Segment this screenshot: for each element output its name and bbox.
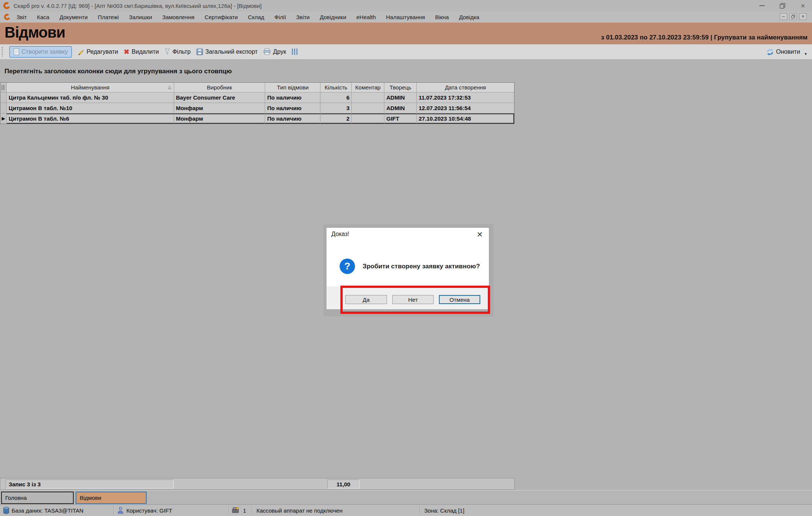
- floppy-export-icon: [196, 48, 203, 55]
- refresh-button[interactable]: Оновити ▾: [766, 44, 807, 59]
- cell-refusal-type: По наличию: [265, 103, 320, 113]
- column-header-manufacturer[interactable]: Виробник: [174, 83, 266, 92]
- cell-comment: [352, 103, 384, 113]
- tab-home[interactable]: Головна: [1, 492, 74, 504]
- column-header-quantity[interactable]: Кількість: [320, 83, 352, 92]
- export-button[interactable]: Загальний експорт: [196, 48, 258, 55]
- zone-status: Зона: Склад [1]: [424, 507, 464, 514]
- column-header-comment[interactable]: Коментар: [352, 83, 384, 92]
- tab-refusals[interactable]: Відмови: [76, 492, 147, 504]
- menu-items: Звіт Каса Документи Платежі Залишки Замо…: [17, 14, 479, 20]
- menu-dovidnyky[interactable]: Довідники: [320, 14, 346, 20]
- register-status: Кассовый аппарат не подключен: [257, 507, 343, 514]
- user-status: Користувач: GIFT: [126, 507, 172, 514]
- user-icon: [117, 507, 124, 514]
- cell-created-date: 11.07.2023 17:32:53: [417, 92, 514, 103]
- cell-name: Цитрамон В табл. №10: [7, 103, 174, 113]
- refresh-icon: [766, 48, 774, 56]
- database-icon: [3, 507, 9, 514]
- menu-zvit[interactable]: Звіт: [17, 14, 27, 20]
- status-bar: База даних: TASA3@TITAN Користувач: GIFT…: [0, 504, 812, 516]
- print-label: Друк: [273, 48, 286, 55]
- refresh-dropdown-icon[interactable]: ▾: [804, 51, 807, 56]
- status-divider: [420, 506, 420, 514]
- delete-button[interactable]: ✖ Видалити: [124, 48, 159, 56]
- mdi-restore-icon[interactable]: [789, 13, 797, 20]
- column-header-refusal-type[interactable]: Тип відмови: [265, 83, 320, 92]
- app-window: Скарб pro v. 4.0.2.77 [ІД: 969] - [Апт №…: [0, 0, 812, 516]
- question-icon: ?: [340, 259, 355, 274]
- table-row[interactable]: Цитра Кальцемин таб. п/о фл. № 30 Bayer …: [0, 92, 514, 103]
- cell-manufacturer: Bayer Consumer Care: [174, 92, 266, 103]
- grid-corner-icon: [2, 85, 5, 90]
- cell-refusal-type: По наличию: [265, 113, 320, 124]
- table-row-selected[interactable]: ▶ Цитрамон В табл. №6 Монфарм По наличию…: [0, 113, 514, 124]
- column-header-name[interactable]: Найменування △: [7, 83, 174, 92]
- close-icon[interactable]: ✕: [800, 3, 805, 9]
- mdi-minimize-icon[interactable]: –: [780, 13, 787, 20]
- database-status: База даних: TASA3@TITAN: [12, 507, 83, 514]
- refusals-table: Найменування △ Виробник Тип відмови Кіль…: [0, 82, 515, 124]
- current-row-pointer-icon: ▶: [2, 116, 5, 121]
- create-request-button[interactable]: Створити заявку: [9, 46, 72, 58]
- menu-bar: Звіт Каса Документи Платежі Залишки Замо…: [0, 11, 812, 23]
- dialog-message: Зробити створену заявку активною?: [363, 263, 480, 270]
- column-header-created-date[interactable]: Дата створення: [417, 83, 514, 92]
- sort-asc-icon: △: [168, 84, 171, 89]
- mdi-system-icon[interactable]: [4, 14, 11, 20]
- menu-nalashtuvannia[interactable]: Налаштування: [386, 14, 425, 20]
- menu-dokumenty[interactable]: Документи: [59, 14, 88, 20]
- cancel-button[interactable]: Отмена: [439, 295, 480, 304]
- edit-button[interactable]: Редагувати: [77, 48, 118, 55]
- page-title: Відмови: [5, 24, 65, 41]
- menu-sklad[interactable]: Склад: [248, 14, 264, 20]
- printer-icon: [263, 48, 271, 55]
- cell-creator: ADMIN: [384, 92, 417, 103]
- menu-ehealth[interactable]: eHealth: [357, 14, 376, 20]
- dialog-footer: Да Нет Отмена: [326, 286, 489, 309]
- cash-register-icon: [232, 507, 239, 513]
- mdi-close-icon[interactable]: ×: [799, 13, 807, 20]
- edit-label: Редагувати: [87, 48, 118, 55]
- toolbar: Створити заявку Редагувати ✖ Видалити Фі…: [0, 44, 812, 59]
- cell-created-date: 27.10.2023 10:54:48: [417, 113, 514, 124]
- create-request-label: Створити заявку: [21, 48, 68, 55]
- delete-x-icon: ✖: [124, 48, 129, 56]
- minimize-icon[interactable]: [759, 5, 765, 6]
- menu-kasa[interactable]: Каса: [37, 14, 49, 20]
- dialog-close-icon[interactable]: ✕: [477, 230, 483, 239]
- column-header-creator[interactable]: Творець: [384, 83, 417, 92]
- filter-label: Фільтр: [172, 48, 190, 55]
- print-button[interactable]: Друк: [263, 48, 286, 55]
- yes-button[interactable]: Да: [345, 295, 387, 304]
- restore-icon[interactable]: [780, 3, 785, 9]
- cell-creator: ADMIN: [384, 103, 417, 113]
- toolbar-drag-handle[interactable]: [2, 47, 3, 57]
- cell-quantity: 2: [320, 113, 352, 124]
- menu-dovidka[interactable]: Довідка: [459, 14, 479, 20]
- table-row[interactable]: Цитрамон В табл. №10 Монфарм По наличию …: [0, 103, 514, 113]
- column-header-name-label: Найменування: [71, 84, 109, 91]
- header-indicator-cell: [0, 83, 7, 92]
- new-document-icon: [14, 48, 19, 55]
- no-button[interactable]: Нет: [392, 295, 434, 304]
- columns-icon[interactable]: [292, 48, 297, 55]
- title-bar: Скарб pro v. 4.0.2.77 [ІД: 969] - [Апт №…: [0, 0, 812, 11]
- cell-quantity: 6: [320, 92, 352, 103]
- app-logo-icon: [3, 2, 11, 9]
- window-title: Скарб pro v. 4.0.2.77 [ІД: 969] - [Апт №…: [14, 3, 262, 9]
- menu-filii[interactable]: Філії: [275, 14, 286, 20]
- total-panel: 11,00: [327, 480, 360, 489]
- group-by-hint: Перетягніть заголовок колонки сюди для у…: [5, 68, 232, 75]
- menu-zalyshky[interactable]: Залишки: [129, 14, 152, 20]
- menu-platezhi[interactable]: Платежі: [98, 14, 119, 20]
- cell-quantity: 3: [320, 103, 352, 113]
- filter-button[interactable]: Фільтр: [164, 48, 190, 55]
- tab-bar: Головна Відмови: [0, 490, 812, 504]
- cell-manufacturer: Монфарм: [174, 103, 266, 113]
- menu-sertyfikaty[interactable]: Сертифікати: [205, 14, 238, 20]
- cell-name: Цитра Кальцемин таб. п/о фл. № 30: [7, 92, 174, 103]
- menu-zamovlennia[interactable]: Замовлення: [162, 14, 194, 20]
- menu-zvity[interactable]: Звіти: [296, 14, 310, 20]
- menu-vikna[interactable]: Вікна: [435, 14, 449, 20]
